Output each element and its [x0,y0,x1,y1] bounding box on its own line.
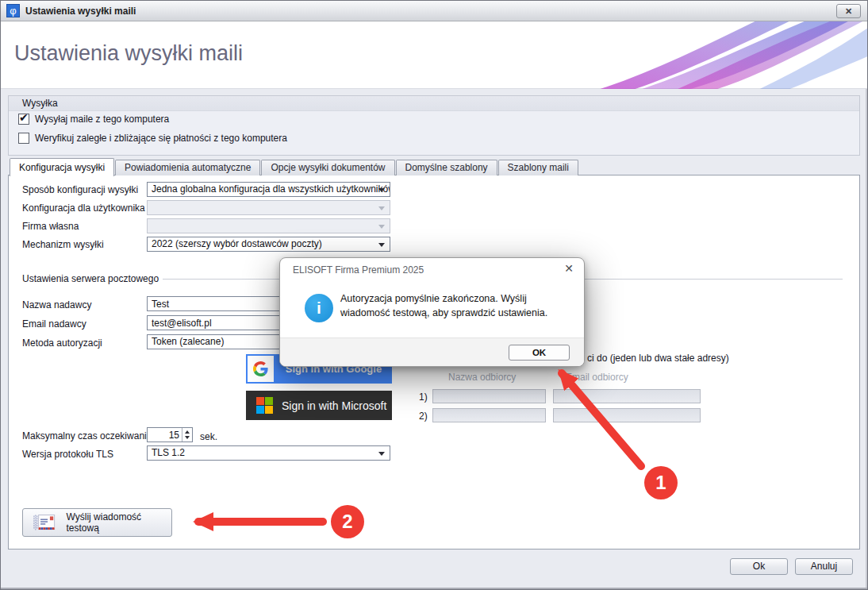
tab-opcje-wysylki-dokumentow[interactable]: Opcje wysyłki dokumentów [261,160,394,175]
sposob-konfiguracji-value: Jedna globalna konfiguracja dla wszystki… [152,183,390,195]
wysylka-group-title: Wysyłka [9,96,859,111]
wysylka-groupbox: Wysyłka Wysyłaj maile z tego komputera W… [8,95,860,156]
sposob-konfiguracji-select[interactable]: Jedna globalna konfiguracja dla wszystki… [147,182,390,197]
server-section-label: Ustawienia serwera pocztowego [22,273,159,284]
settings-window: φ Ustawienia wysyłki maili ✕ Ustawienia … [0,0,868,590]
firma-wlasna-label: Firma własna [22,221,79,232]
tab-bar: Konfiguracja wysyłki Powiadomienia autom… [10,158,579,175]
recipient-name-column-header: Nazwa odbiorcy [448,372,516,383]
envelope-icon [33,513,56,532]
recipient2-name-input [432,408,546,422]
send-test-message-label: Wyślij wiadomość testową [67,511,171,534]
window-title: Ustawienia wysyłki maili [25,6,136,17]
close-icon: ✕ [845,6,852,16]
recipient2-email-input [553,408,701,422]
dialog-message: Autoryzacja pomyślnie zakończona. Wyślij… [340,291,578,320]
tls-select[interactable]: TLS 1.2 [147,445,390,461]
spin-up-icon [185,430,190,434]
tab-domyslne-szablony[interactable]: Domyślne szablony [396,160,497,175]
firma-wlasna-select [147,218,390,233]
chevron-down-icon [378,188,385,192]
verify-payments-checkbox-label: Weryfikuj zaległe i zbliżające się płatn… [35,133,287,144]
tab-szablony-maili[interactable]: Szablony maili [498,160,578,175]
spin-down-icon [185,436,190,439]
chevron-down-icon [378,206,385,210]
recipient1-email-input [553,389,701,403]
recipient1-name-input [432,389,546,403]
authorization-success-dialog: ELISOFT Firma Premium 2025 ✕ i Autoryzac… [279,257,585,367]
czas-oczekiwania-value: 15 [169,430,179,441]
send-test-message-button[interactable]: Wyślij wiadomość testową [22,508,172,537]
czas-oczekiwania-stepper[interactable]: 15 [147,427,193,442]
chevron-down-icon [378,243,385,247]
swirl-decoration-graphic [590,21,867,89]
page-title: Ustawienia wysyłki maili [14,41,243,66]
email-nadawcy-label: Email nadawcy [22,318,86,330]
verify-payments-row: Weryfikuj zaległe i zbliżające się płatn… [18,133,287,144]
dialog-ok-button[interactable]: OK [509,345,570,361]
nazwa-nadawcy-label: Nazwa nadawcy [22,299,91,310]
send-mails-checkbox-label: Wysyłaj maile z tego komputera [35,114,169,125]
send-mails-row: Wysyłaj maile z tego komputera [18,114,169,125]
mechanizm-wysylki-label: Mechanizm wysyłki [22,239,104,250]
sposob-konfiguracji-label: Sposób konfiguracji wysyłki [22,184,138,195]
page-header: Ustawienia wysyłki maili [1,21,867,89]
verify-payments-checkbox[interactable] [18,133,29,144]
ok-button[interactable]: Ok [730,558,788,575]
czas-oczekiwania-unit: sek. [200,431,217,442]
send-mails-checkbox[interactable] [18,114,29,125]
chevron-down-icon [378,225,385,229]
window-close-button[interactable]: ✕ [836,4,861,18]
tab-powiadomienia-automatyczne[interactable]: Powiadomienia automatyczne [115,160,260,175]
cancel-button[interactable]: Anuluj [795,558,853,575]
window-titlebar: φ Ustawienia wysyłki maili ✕ [1,1,867,21]
dialog-title: ELISOFT Firma Premium 2025 [293,264,424,276]
tls-value: TLS 1.2 [152,447,185,458]
metoda-autoryzacji-value: Token (zalecane) [152,336,224,347]
mechanizm-wysylki-value: 2022 (szerszy wybór dostawców poczty) [152,238,322,249]
info-icon: i [305,294,333,322]
sign-in-microsoft-label: Sign in with Microsoft [282,399,386,412]
konfiguracja-uzytkownika-select [147,200,390,215]
tab-konfiguracja-wysylki[interactable]: Konfiguracja wysyłki [10,158,114,176]
sign-in-microsoft-button[interactable]: Sign in with Microsoft [246,391,392,420]
app-icon: φ [6,4,20,17]
chevron-down-icon [378,452,385,456]
stepper-buttons[interactable] [182,428,192,442]
czas-oczekiwania-label: Maksymalny czas oczekiwania [22,430,152,442]
dialog-close-icon[interactable]: ✕ [564,262,574,275]
mechanizm-wysylki-select[interactable]: 2022 (szerszy wybór dostawców poczty) [147,237,390,252]
recipient-row2-number: 2) [419,411,428,422]
microsoft-icon [256,397,273,414]
tls-label: Wersja protokołu TLS [22,449,113,460]
dialog-footer: OK [280,337,584,366]
google-icon [248,356,274,382]
metoda-autoryzacji-label: Metoda autoryzacji [22,337,102,349]
konfiguracja-uzytkownika-label: Konfiguracja dla użytkownika [22,202,145,214]
recipients-caption-fragment: ci do (jeden lub dwa stałe adresy) [587,353,729,364]
recipient-row1-number: 1) [419,391,428,403]
recipient-email-column-header: Email odbiorcy [566,372,628,383]
